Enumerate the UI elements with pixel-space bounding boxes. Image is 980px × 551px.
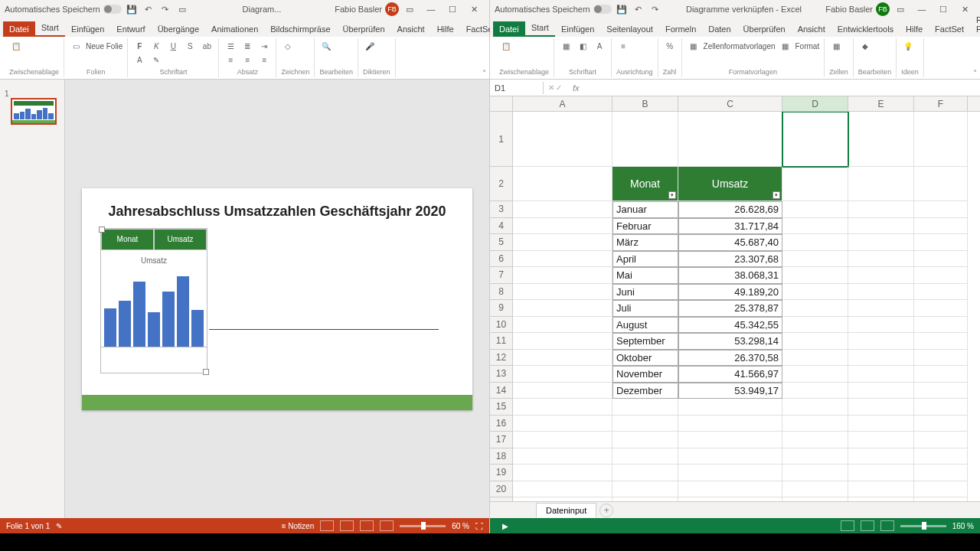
minimize-icon[interactable]: — [420, 2, 442, 17]
cell[interactable] [848, 284, 914, 301]
cell[interactable] [914, 432, 968, 448]
slide-thumb-1[interactable] [11, 98, 57, 125]
col-header-b[interactable]: B [612, 96, 678, 111]
formula-input[interactable] [586, 82, 980, 94]
cell[interactable] [513, 350, 612, 367]
fontcolor-button[interactable]: A [593, 40, 606, 52]
cancel-icon[interactable]: ✕ [548, 83, 554, 92]
ribbon-options-icon[interactable]: ▭ [399, 2, 420, 17]
cell[interactable] [848, 267, 914, 284]
cell[interactable] [612, 399, 678, 416]
cell[interactable] [914, 112, 968, 167]
strike-button[interactable]: S [183, 40, 197, 52]
normal-view-button[interactable] [320, 520, 334, 531]
slide-title[interactable]: Jahresabschluss Umsatzzahlen Geschäftsja… [100, 204, 454, 220]
col-header-e[interactable]: E [848, 96, 914, 111]
cell[interactable] [513, 317, 612, 334]
tab-transitions[interactable]: Übergänge [152, 21, 205, 37]
normal-view-button[interactable] [841, 520, 854, 531]
cell[interactable] [848, 300, 914, 317]
border-button[interactable]: ▦ [559, 40, 573, 52]
cell[interactable] [513, 366, 612, 383]
cellstyles-button[interactable]: ▦ [687, 40, 701, 52]
cell[interactable] [848, 317, 914, 334]
notes-button[interactable]: ≡ Notizen [282, 522, 315, 530]
table-header-value[interactable]: Umsatz▾ [678, 167, 782, 201]
zoom-slider[interactable] [900, 525, 946, 527]
cell[interactable] [848, 432, 914, 448]
cell[interactable] [782, 416, 848, 432]
cell-d1[interactable] [782, 112, 848, 167]
tab-animations[interactable]: Animationen [205, 21, 264, 37]
tab-view[interactable]: Ansicht [792, 21, 831, 37]
align-center-button[interactable]: ≡ [240, 54, 254, 67]
cell[interactable] [848, 383, 914, 399]
find-button[interactable]: 🔍 [319, 40, 333, 52]
cell[interactable] [513, 481, 612, 498]
save-icon[interactable]: 💾 [125, 2, 139, 16]
cell[interactable] [782, 317, 848, 334]
tab-file[interactable]: Datei [3, 21, 35, 37]
indent-button[interactable]: ⇥ [257, 40, 271, 52]
cell[interactable] [914, 481, 968, 498]
cell-value[interactable]: 26.370,58 [678, 350, 782, 367]
filter-icon[interactable]: ▾ [773, 191, 780, 199]
cell[interactable] [848, 465, 914, 481]
slide-thumbnails[interactable]: 1 [0, 80, 65, 518]
cells-button[interactable]: ▦ [829, 40, 843, 52]
align-left-button[interactable]: ≡ [224, 54, 237, 67]
cell[interactable] [848, 201, 914, 218]
cell[interactable] [513, 448, 612, 465]
edit-button[interactable]: ◆ [858, 40, 872, 52]
cell[interactable] [914, 218, 968, 235]
shadow-button[interactable]: ab [200, 40, 214, 52]
maximize-icon[interactable]: ☐ [442, 2, 463, 17]
italic-button[interactable]: K [149, 40, 163, 52]
numbering-button[interactable]: ≣ [240, 40, 254, 52]
cell[interactable] [612, 416, 678, 432]
cell[interactable] [914, 284, 968, 301]
cell[interactable] [513, 333, 612, 350]
cell[interactable] [848, 167, 914, 201]
cell[interactable] [612, 112, 678, 167]
cell[interactable] [612, 465, 678, 481]
cell-value[interactable]: 38.068,31 [678, 267, 782, 284]
cell[interactable] [678, 432, 782, 448]
cell[interactable] [513, 284, 612, 301]
cell-value[interactable]: 41.566,97 [678, 366, 782, 383]
cell-month[interactable]: November [612, 366, 678, 383]
name-box[interactable]: D1 [490, 82, 544, 94]
align-right-button[interactable]: ≡ [257, 54, 271, 67]
cell[interactable] [782, 267, 848, 284]
row-header[interactable]: 8 [490, 284, 513, 301]
row-header[interactable]: 14 [490, 383, 513, 399]
format-button[interactable]: ▦ [779, 40, 792, 52]
align-button[interactable]: ≡ [616, 40, 630, 52]
cell[interactable] [848, 350, 914, 367]
cell[interactable] [513, 167, 612, 201]
cell-value[interactable]: 31.717,84 [678, 218, 782, 235]
cell[interactable] [513, 399, 612, 416]
cell[interactable] [782, 432, 848, 448]
cell[interactable] [914, 350, 968, 367]
tab-design[interactable]: Entwurf [110, 21, 151, 37]
reading-view-button[interactable] [360, 520, 374, 531]
redo-icon[interactable]: ↷ [158, 2, 172, 16]
undo-icon[interactable]: ↶ [142, 2, 155, 16]
underline-button[interactable]: U [166, 40, 180, 52]
tab-review[interactable]: Überprüfen [337, 21, 391, 37]
slideshow-icon[interactable]: ▭ [175, 2, 189, 16]
cell[interactable] [914, 300, 968, 317]
cell[interactable] [513, 432, 612, 448]
font-color-button[interactable]: A [132, 54, 146, 67]
add-sheet-button[interactable]: + [599, 504, 613, 517]
cell[interactable] [513, 383, 612, 399]
sheet-tab-active[interactable]: Dateninput [536, 503, 596, 517]
row-header[interactable]: 4 [490, 218, 513, 235]
fx-icon[interactable]: fx [567, 83, 586, 93]
tab-data[interactable]: Daten [702, 21, 737, 37]
tab-insert[interactable]: Einfügen [555, 21, 600, 37]
cell[interactable] [848, 416, 914, 432]
spreadsheet-grid[interactable]: A B C D E F 12Monat▾Umsatz▾3Januar26.628… [490, 96, 980, 501]
tab-slideshow[interactable]: Bildschirmpräse [264, 21, 336, 37]
